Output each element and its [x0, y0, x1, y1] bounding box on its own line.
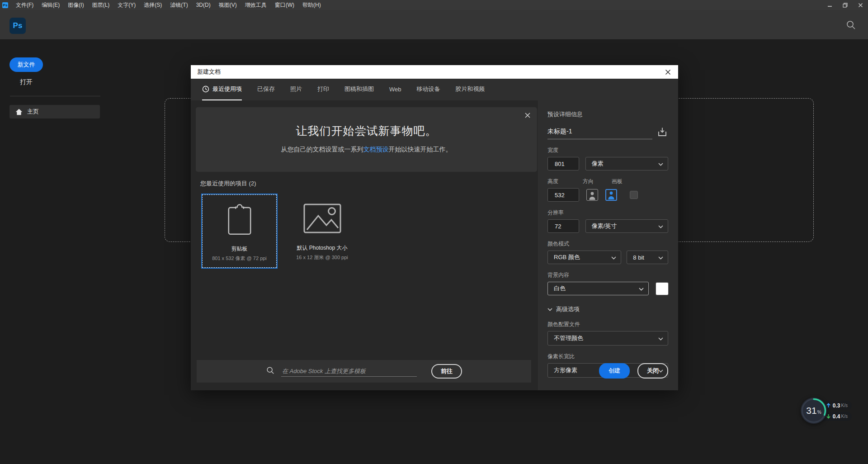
tab-film-video[interactable]: 胶片和视频: [456, 79, 485, 100]
create-button[interactable]: 创建: [599, 363, 630, 379]
orientation-landscape-icon[interactable]: [605, 189, 617, 201]
new-file-button[interactable]: 新文件: [9, 57, 43, 72]
tab-web[interactable]: Web: [389, 79, 401, 100]
image-icon: [284, 194, 360, 243]
height-label: 高度: [547, 178, 558, 185]
chevron-down-icon: [658, 161, 663, 167]
menu-item-3d[interactable]: 3D(D): [192, 0, 215, 10]
home-icon: [15, 109, 23, 115]
advanced-options-label: 高级选项: [556, 305, 580, 313]
width-unit-select[interactable]: 像素: [585, 157, 668, 170]
progress-ring-icon: [801, 398, 827, 424]
tab-mobile[interactable]: 移动设备: [417, 79, 440, 100]
artboard-checkbox[interactable]: [630, 191, 638, 199]
progress-circle[interactable]: 31 %: [801, 398, 827, 424]
banner-subtitle: 从您自己的文档设置或一系列文档预设开始以快速开始工作。: [196, 146, 537, 154]
upload-arrow-icon: [826, 403, 830, 408]
search-icon[interactable]: [845, 19, 856, 30]
banner-close-icon[interactable]: [524, 112, 531, 119]
app-taskbar-icon: Ps: [2, 2, 8, 8]
tab-saved[interactable]: 已保存: [257, 79, 275, 100]
menu-item-file[interactable]: 文件(F): [12, 0, 38, 10]
chevron-down-icon: [658, 335, 663, 342]
width-unit-value: 像素: [592, 160, 604, 168]
recent-item-name: 剪贴板: [231, 245, 248, 253]
background-value: 白色: [554, 284, 566, 293]
menu-item-layer[interactable]: 图层(L): [88, 0, 114, 10]
chevron-down-icon: [658, 254, 663, 261]
open-button[interactable]: 打开: [20, 78, 33, 86]
banner-sub-suffix: 开始以快速开始工作。: [389, 146, 452, 153]
stock-search-input[interactable]: [281, 366, 417, 377]
color-profile-label: 颜色配置文件: [547, 321, 668, 328]
chevron-down-icon: [611, 254, 616, 261]
dialog-close-icon[interactable]: [664, 68, 672, 76]
preset-details-panel: 预设详细信息 未标题-1 宽度 801 像素: [537, 100, 678, 390]
pixel-aspect-ratio-value: 方形像素: [554, 366, 577, 374]
tab-print[interactable]: 打印: [317, 79, 329, 100]
menu-item-filter[interactable]: 滤镜(T): [166, 0, 192, 10]
tab-art-illustration[interactable]: 图稿和插图: [344, 79, 374, 100]
pixel-aspect-ratio-label: 像素长宽比: [547, 353, 668, 360]
color-mode-select[interactable]: RGB 颜色: [547, 251, 621, 264]
advanced-options-toggle[interactable]: 高级选项: [547, 305, 668, 313]
adobe-stock-bar: 前往: [197, 360, 531, 383]
recent-item-clipboard[interactable]: 剪贴板 801 x 532 像素 @ 72 ppi: [201, 194, 278, 269]
recent-item-default-size[interactable]: 默认 Photoshop 大小 16 x 12 厘米 @ 300 ppi: [284, 194, 360, 269]
menu-item-plugins[interactable]: 增效工具: [241, 0, 271, 10]
close-button[interactable]: 关闭: [637, 363, 668, 379]
preset-panel-title: 预设详细信息: [547, 110, 668, 118]
upload-speed-unit: K/s: [841, 403, 848, 408]
chevron-down-icon: [658, 223, 663, 230]
document-name-field[interactable]: 未标题-1: [547, 128, 652, 139]
tab-photo[interactable]: 照片: [290, 79, 302, 100]
color-profile-select[interactable]: 不管理颜色: [547, 331, 668, 346]
chevron-down-icon: [639, 285, 644, 292]
resolution-input[interactable]: 72: [547, 219, 579, 233]
menu-item-help[interactable]: 帮助(H): [298, 0, 325, 10]
menu-item-view[interactable]: 视图(V): [215, 0, 241, 10]
height-input[interactable]: 532: [547, 188, 579, 202]
recent-items-list: 剪贴板 801 x 532 像素 @ 72 ppi 默认 Photoshop 大…: [201, 194, 360, 269]
menu-item-image[interactable]: 图像(I): [64, 0, 88, 10]
background-select[interactable]: 白色: [547, 282, 649, 295]
menu-bar: Ps 文件(F) 编辑(E) 图像(I) 图层(L) 文字(Y) 选择(S) 滤…: [0, 0, 868, 10]
orientation-portrait-icon[interactable]: [586, 189, 598, 201]
minimize-icon[interactable]: [822, 0, 837, 10]
tab-label: 已保存: [257, 85, 275, 93]
sidebar-item-home[interactable]: 主页: [9, 105, 100, 118]
menu-item-type[interactable]: 文字(Y): [113, 0, 140, 10]
tab-recent[interactable]: 最近使用项: [202, 79, 242, 100]
resolution-unit-value: 像素/英寸: [592, 222, 617, 230]
tab-label: Web: [389, 86, 401, 93]
app-header: Ps: [0, 10, 868, 40]
menu-item-edit[interactable]: 编辑(E): [38, 0, 64, 10]
menu-item-window[interactable]: 窗口(W): [271, 0, 298, 10]
save-preset-icon[interactable]: [657, 127, 668, 139]
upload-speed-value: 0.3: [833, 402, 840, 409]
color-profile-value: 不管理颜色: [554, 334, 583, 342]
color-mode-label: 颜色模式: [547, 240, 668, 248]
tab-label: 打印: [317, 85, 329, 93]
document-presets-link[interactable]: 文档预设: [363, 146, 389, 153]
tab-label: 移动设备: [417, 85, 440, 93]
go-button[interactable]: 前往: [431, 364, 462, 379]
menu-item-select[interactable]: 选择(S): [140, 0, 166, 10]
tab-label: 最近使用项: [212, 85, 242, 93]
close-window-icon[interactable]: [853, 0, 868, 10]
download-speed-value: 0.4: [833, 413, 840, 420]
download-arrow-icon: [826, 414, 830, 419]
orientation-label: 方向: [583, 178, 594, 185]
sidebar-divider: [10, 96, 100, 96]
restore-icon[interactable]: [837, 0, 853, 10]
dialog-main: 让我们开始尝试新事物吧。 从您自己的文档设置或一系列文档预设开始以快速开始工作。…: [191, 100, 537, 390]
resolution-unit-select[interactable]: 像素/英寸: [585, 219, 668, 233]
window-controls: [822, 0, 868, 10]
welcome-banner: 让我们开始尝试新事物吧。 从您自己的文档设置或一系列文档预设开始以快速开始工作。: [196, 107, 537, 172]
chevron-down-icon: [547, 308, 552, 311]
background-color-swatch[interactable]: [656, 283, 668, 295]
bit-depth-select[interactable]: 8 bit: [627, 251, 668, 264]
width-input[interactable]: 801: [547, 157, 579, 170]
resolution-label: 分辨率: [547, 209, 668, 217]
dialog-body: 让我们开始尝试新事物吧。 从您自己的文档设置或一系列文档预设开始以快速开始工作。…: [191, 100, 678, 390]
